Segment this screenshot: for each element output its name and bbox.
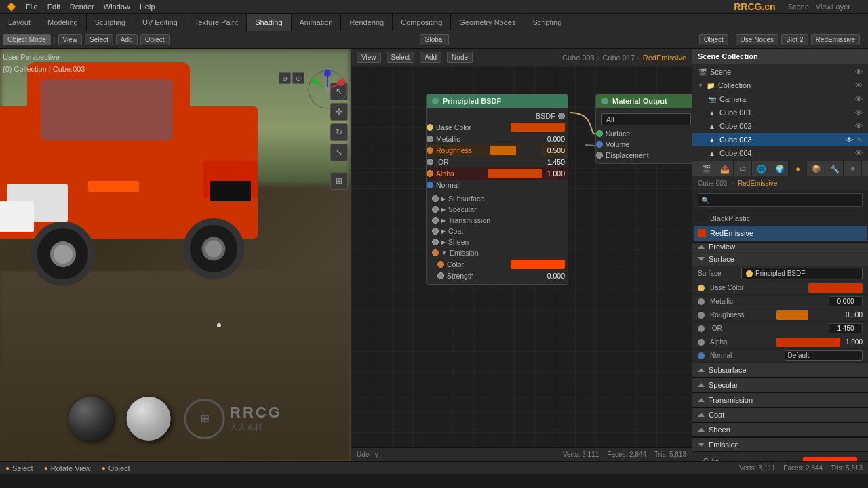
roughness-bar[interactable] bbox=[490, 146, 542, 155]
tab-modeling[interactable]: Modeling bbox=[39, 14, 87, 31]
slot-btn[interactable]: Slot 2 bbox=[781, 34, 808, 45]
snap-btn1[interactable]: ⊕ bbox=[279, 72, 291, 84]
shader-dropdown[interactable]: Principled BSDF bbox=[741, 268, 863, 279]
node-emission-header-row[interactable]: ▼ Emission bbox=[427, 247, 568, 258]
snap-btn2[interactable]: ⊙ bbox=[292, 72, 304, 84]
cube004-item[interactable]: ▲ Cube.004 👁 bbox=[692, 146, 868, 160]
render-menu[interactable]: Render bbox=[66, 0, 98, 14]
subsurface-header[interactable]: Subsurface bbox=[692, 363, 868, 378]
socket-normal[interactable] bbox=[427, 182, 433, 188]
material-search[interactable]: 🔍 bbox=[698, 193, 863, 207]
add-btn[interactable]: Add bbox=[116, 34, 138, 45]
tab-shading[interactable]: Shading bbox=[247, 14, 291, 31]
node-transmission-row[interactable]: ▶ Transmission bbox=[427, 215, 568, 226]
breadcrumb-cube[interactable]: Cube.003 bbox=[562, 54, 595, 62]
object-btn[interactable]: Object bbox=[140, 34, 170, 45]
prop-tab-particles[interactable]: ✦ bbox=[844, 160, 862, 178]
mat-redemissive[interactable]: RedEmissive bbox=[694, 226, 867, 241]
prop-tab-output[interactable]: 📤 bbox=[716, 160, 734, 178]
cube001-item[interactable]: ▲ Cube.001 👁 bbox=[692, 106, 868, 119]
viewport-3d[interactable]: User Perspective (0) Collection | Cube.0… bbox=[0, 49, 351, 461]
scene-item[interactable]: 🎬 Scene 👁 bbox=[692, 65, 868, 79]
alpha-bar[interactable] bbox=[488, 169, 542, 178]
tool-scale[interactable]: ⤡ bbox=[330, 144, 348, 161]
target-dropdown[interactable]: All bbox=[601, 113, 691, 125]
node-coat-row[interactable]: ▶ Coat bbox=[427, 226, 568, 237]
emission-header[interactable]: Emission bbox=[692, 437, 868, 452]
view-btn[interactable]: View bbox=[58, 34, 83, 45]
camera-eye[interactable]: 👁 bbox=[855, 95, 863, 103]
prop-tab-scene[interactable]: 🌐 bbox=[753, 160, 770, 178]
prop-tab-material[interactable]: ● bbox=[789, 160, 807, 178]
help-menu[interactable]: Help bbox=[136, 0, 159, 14]
node-use-nodes[interactable]: Use Nodes bbox=[736, 34, 778, 45]
specular-header[interactable]: Specular bbox=[692, 378, 868, 392]
tab-scripting[interactable]: Scripting bbox=[524, 14, 570, 31]
socket-alpha[interactable] bbox=[427, 170, 433, 177]
sheen-header[interactable]: Sheen bbox=[692, 422, 868, 437]
mat-blackplastic[interactable]: BlackPlastic bbox=[694, 211, 867, 226]
tab-geometry-nodes[interactable]: Geometry Nodes bbox=[451, 14, 524, 31]
breadcrumb-submesh[interactable]: Cube.017 bbox=[602, 54, 635, 62]
mode-select-object[interactable]: Object Mode bbox=[3, 34, 51, 45]
emission-color-bar[interactable] bbox=[511, 260, 565, 269]
socket-ior[interactable] bbox=[427, 159, 433, 165]
prop-tab-view-layer[interactable]: 🗂 bbox=[734, 160, 752, 178]
cube003-item[interactable]: ▲ Cube.003 👁 ✎ bbox=[692, 133, 868, 146]
socket-volume[interactable] bbox=[596, 141, 603, 148]
tool-rotate[interactable]: ↻ bbox=[330, 123, 348, 141]
node-object-btn[interactable]: Object bbox=[699, 34, 728, 45]
tab-sculpting[interactable]: Sculpting bbox=[87, 14, 134, 31]
coat-header[interactable]: Coat bbox=[692, 407, 868, 422]
node-specular-row[interactable]: ▶ Specular bbox=[427, 204, 568, 215]
prop-tab-object[interactable]: 📦 bbox=[808, 160, 825, 178]
tab-layout[interactable]: Layout bbox=[0, 14, 39, 31]
preview-section-header[interactable]: Preview bbox=[692, 243, 868, 251]
socket-displacement[interactable] bbox=[596, 152, 603, 159]
breadcrumb-material[interactable]: RedEmissive bbox=[643, 54, 686, 62]
cube003-eye[interactable]: 👁 bbox=[846, 136, 853, 144]
material-search-input[interactable] bbox=[712, 197, 859, 204]
material-btn[interactable]: RedEmissive bbox=[811, 34, 860, 45]
socket-metallic[interactable] bbox=[427, 136, 433, 142]
tab-texture-paint[interactable]: Texture Paint bbox=[186, 14, 247, 31]
global-btn[interactable]: Global bbox=[420, 34, 449, 45]
prop-tab-world[interactable]: 🌍 bbox=[771, 160, 789, 178]
socket-surface[interactable] bbox=[596, 130, 603, 137]
tab-animation[interactable]: Animation bbox=[292, 14, 342, 31]
socket-bsdf-output[interactable] bbox=[558, 113, 565, 119]
camera-item[interactable]: 📷 Camera 👁 bbox=[692, 92, 868, 106]
base-color-prop-bar[interactable] bbox=[808, 283, 863, 293]
socket-roughness[interactable] bbox=[427, 147, 433, 154]
blender-menu[interactable]: 🔶 bbox=[3, 0, 20, 14]
socket-emission-color[interactable] bbox=[437, 261, 444, 268]
scene-eye[interactable]: 👁 bbox=[855, 68, 863, 76]
collection-eye[interactable]: 👁 bbox=[855, 81, 863, 89]
socket-base-color[interactable] bbox=[427, 124, 433, 131]
node-material-output[interactable]: Material Output All Surface Volu bbox=[595, 94, 692, 164]
window-menu[interactable]: Window bbox=[100, 0, 134, 14]
file-menu[interactable]: File bbox=[22, 0, 42, 14]
collection-item[interactable]: ▼ 📁 Collection 👁 bbox=[692, 79, 868, 92]
cube002-item[interactable]: ▲ Cube.002 👁 bbox=[692, 119, 868, 133]
node-sheen-row[interactable]: ▶ Sheen bbox=[427, 237, 568, 247]
prop-tab-physics[interactable]: ⚡ bbox=[863, 160, 868, 178]
node-node-btn[interactable]: Node bbox=[447, 52, 473, 63]
surface-section-header[interactable]: Surface bbox=[692, 251, 868, 266]
prop-tab-render[interactable]: 🎬 bbox=[698, 160, 715, 178]
socket-emission-strength[interactable] bbox=[437, 272, 444, 279]
node-add-btn[interactable]: Add bbox=[420, 52, 441, 63]
node-view-btn[interactable]: View bbox=[357, 52, 381, 63]
alpha-prop-bar[interactable] bbox=[776, 338, 840, 347]
cube004-eye[interactable]: 👁 bbox=[855, 149, 863, 157]
normal-prop-value[interactable]: Default bbox=[785, 350, 863, 361]
ior-prop-value[interactable]: 1.450 bbox=[829, 323, 863, 333]
cube001-eye[interactable]: 👁 bbox=[855, 108, 863, 117]
tool-transform[interactable]: ⊞ bbox=[330, 172, 348, 190]
node-select-btn[interactable]: Select bbox=[387, 52, 415, 63]
prop-tab-modifier[interactable]: 🔧 bbox=[826, 160, 844, 178]
transmission-header[interactable]: Transmission bbox=[692, 392, 868, 407]
tab-uv-editing[interactable]: UV Editing bbox=[134, 14, 186, 31]
edit-menu[interactable]: Edit bbox=[43, 0, 64, 14]
cube002-eye[interactable]: 👁 bbox=[855, 122, 863, 130]
